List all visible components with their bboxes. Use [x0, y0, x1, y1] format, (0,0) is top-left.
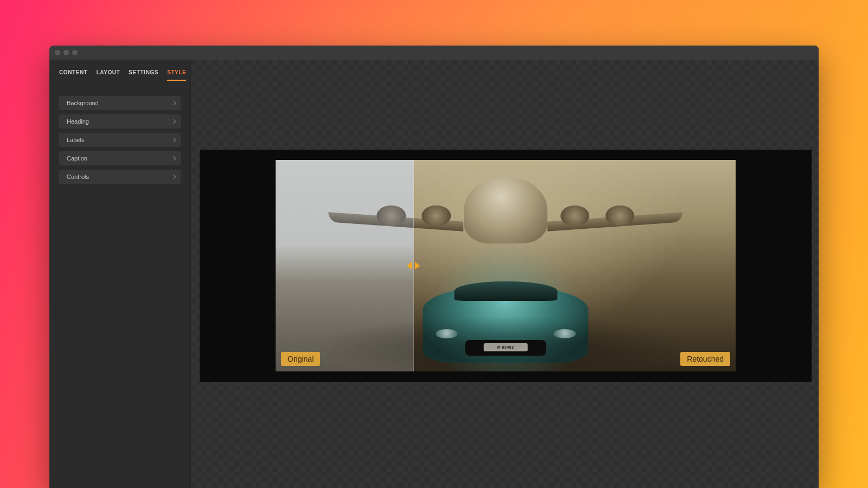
tab-layout[interactable]: LAYOUT — [97, 69, 120, 81]
accordion-controls[interactable]: Controls — [59, 170, 181, 184]
compare-handle[interactable] — [407, 262, 420, 269]
window-close-dot[interactable] — [55, 50, 60, 55]
compare-divider[interactable] — [413, 160, 414, 371]
window-minimize-dot[interactable] — [63, 50, 69, 55]
accordion-background[interactable]: Background — [59, 96, 181, 110]
accordion-labels[interactable]: Labels — [59, 133, 181, 147]
accordion-label: Controls — [67, 174, 89, 180]
tab-style[interactable]: STYLE — [167, 69, 186, 81]
accordion-label: Background — [67, 100, 99, 106]
chevron-right-icon — [171, 101, 176, 105]
image-compare-block: M 63483 — [200, 150, 812, 382]
accordion-label: Heading — [67, 118, 89, 125]
chevron-right-icon — [171, 119, 176, 124]
image-compare[interactable]: M 63483 — [276, 160, 736, 371]
tab-content[interactable]: CONTENT — [59, 69, 88, 81]
sidebar: CONTENT LAYOUT SETTINGS STYLE Background… — [49, 60, 191, 488]
tab-settings[interactable]: SETTINGS — [129, 69, 158, 81]
accordion-caption[interactable]: Caption — [59, 151, 181, 165]
arrow-left-icon — [407, 262, 412, 269]
chevron-right-icon — [171, 138, 176, 142]
after-label: Retouched — [680, 352, 730, 366]
accordion-heading[interactable]: Heading — [59, 114, 181, 129]
before-label: Original — [281, 352, 320, 366]
arrow-right-icon — [415, 262, 420, 269]
license-plate: M 63483 — [483, 343, 527, 351]
chevron-right-icon — [171, 156, 176, 160]
accordion-label: Caption — [67, 155, 87, 162]
preview-canvas[interactable]: M 63483 — [191, 60, 819, 488]
car-graphic: M 63483 — [413, 274, 597, 363]
app-body: CONTENT LAYOUT SETTINGS STYLE Background… — [49, 60, 819, 488]
chevron-right-icon — [171, 175, 176, 179]
window-zoom-dot[interactable] — [72, 50, 78, 55]
accordion-label: Labels — [67, 137, 84, 143]
app-window: CONTENT LAYOUT SETTINGS STYLE Background… — [49, 46, 819, 488]
style-accordion: Background Heading Labels Caption Contro… — [49, 81, 190, 184]
window-titlebar — [49, 46, 819, 60]
sidebar-tabs: CONTENT LAYOUT SETTINGS STYLE — [49, 60, 190, 81]
